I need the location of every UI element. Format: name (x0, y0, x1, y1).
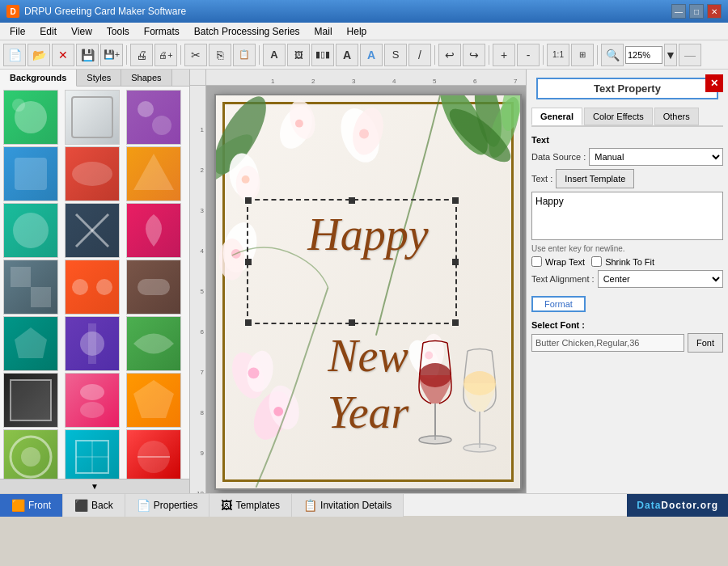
fullfit-button[interactable]: ⊞ (571, 44, 594, 66)
tab-shapes[interactable]: Shapes (121, 70, 171, 86)
list-item[interactable] (126, 260, 181, 315)
list-item[interactable] (126, 429, 181, 479)
text-textarea[interactable]: Happy (531, 192, 723, 240)
list-item[interactable] (65, 146, 120, 201)
tab-back[interactable]: ⬛ Back (63, 494, 125, 517)
close-button[interactable]: ✕ (707, 4, 722, 19)
thumb-grid (0, 87, 189, 479)
tab-styles[interactable]: Styles (77, 70, 121, 86)
ruler-mark: 7 (514, 78, 517, 85)
ruler-corner (190, 70, 206, 86)
shape-tool[interactable]: S (384, 44, 407, 66)
tab-general[interactable]: General (531, 108, 582, 125)
redo-button[interactable]: ↪ (463, 44, 485, 66)
list-item[interactable] (3, 260, 58, 315)
card-canvas: Happy New Year (214, 94, 522, 490)
text2-tool[interactable]: A (336, 44, 358, 66)
svg-point-24 (21, 447, 40, 467)
ruler-mark: 1 (271, 78, 274, 85)
card-text-happy: Happy (255, 209, 481, 260)
list-item[interactable] (126, 90, 181, 145)
title-bar: D DRPU Greeting Card Maker Software — □ … (0, 0, 728, 23)
property-close-button[interactable]: ✕ (705, 74, 723, 92)
menu-file[interactable]: File (3, 24, 32, 39)
print-button[interactable]: 🖨 (130, 44, 153, 66)
image-tool[interactable]: 🖼 (287, 44, 310, 66)
menu-view[interactable]: View (65, 24, 99, 39)
tab-front[interactable]: 🟧 Front (0, 494, 63, 517)
toolbar-separator-6 (543, 45, 544, 65)
svg-point-8 (13, 213, 49, 248)
zoom-in-button[interactable]: + (493, 44, 515, 66)
menu-formats[interactable]: Formats (138, 24, 186, 39)
shrink-to-fit-checkbox[interactable] (591, 256, 602, 267)
tab-properties[interactable]: 📄 Properties (125, 494, 210, 517)
list-item[interactable] (65, 316, 120, 371)
menu-mail[interactable]: Mail (308, 24, 339, 39)
close-doc-button[interactable]: ✕ (52, 44, 74, 66)
line-tool[interactable]: / (408, 44, 431, 66)
zoom-input[interactable] (625, 46, 662, 64)
list-item[interactable] (65, 260, 120, 315)
menu-help[interactable]: Help (341, 24, 374, 39)
barcode-tool[interactable]: ▮▯▮ (311, 44, 334, 66)
minimize-button[interactable]: — (671, 4, 686, 19)
text-alignment-select[interactable]: Left Center Right Justify (598, 270, 723, 288)
font-row: Font (531, 333, 723, 353)
tab-others[interactable]: Others (654, 108, 699, 125)
list-item[interactable] (126, 203, 181, 258)
font-input[interactable] (531, 334, 684, 352)
list-item[interactable] (3, 90, 58, 145)
print2-button[interactable]: 🖨+ (154, 44, 177, 66)
open-button[interactable]: 📂 (28, 44, 50, 66)
ruler-mark: 6 (201, 328, 204, 336)
zoom-out-button[interactable]: - (517, 44, 540, 66)
menu-edit[interactable]: Edit (33, 24, 63, 39)
scroll-down-button[interactable]: ▼ (0, 479, 189, 493)
wordart-tool[interactable]: A (360, 44, 383, 66)
tab-invitation[interactable]: 📋 Invitation Details (292, 494, 404, 517)
maximize-button[interactable]: □ (689, 4, 704, 19)
list-item[interactable] (126, 373, 181, 428)
zoom-glass-button[interactable]: 🔍 (601, 44, 624, 66)
ruler-mark: 9 (201, 450, 204, 457)
list-item[interactable] (65, 373, 120, 428)
list-item[interactable] (3, 203, 58, 258)
format-button[interactable]: Format (531, 296, 586, 312)
tab-backgrounds[interactable]: Backgrounds (0, 70, 77, 87)
copy-button[interactable]: ⎘ (209, 44, 231, 66)
paste-button[interactable]: 📋 (233, 44, 256, 66)
tab-templates[interactable]: 🖼 Templates (210, 494, 292, 517)
svg-rect-15 (138, 279, 170, 295)
ruler-left: 1 2 3 4 5 6 7 8 9 10 (190, 86, 206, 493)
tab-color-effects[interactable]: Color Effects (584, 108, 653, 125)
svg-rect-12 (31, 287, 51, 307)
save-button[interactable]: 💾 (76, 44, 99, 66)
wrap-text-checkbox[interactable] (531, 256, 542, 267)
text-tool[interactable]: A (263, 44, 286, 66)
list-item[interactable] (126, 316, 181, 371)
zoom-dropdown-button[interactable]: ▼ (664, 44, 677, 66)
svg-rect-18 (88, 323, 96, 364)
data-source-select[interactable]: Manual Database Auto (589, 148, 723, 166)
list-item[interactable] (3, 146, 58, 201)
list-item[interactable] (65, 90, 120, 145)
list-item[interactable] (126, 146, 181, 201)
cut-button[interactable]: ✂ (184, 44, 207, 66)
list-item[interactable] (65, 429, 120, 479)
list-item[interactable] (65, 203, 120, 258)
menu-tools[interactable]: Tools (100, 24, 136, 39)
fit-button[interactable]: 1:1 (547, 44, 569, 66)
new-button[interactable]: 📄 (3, 44, 26, 66)
list-item[interactable] (3, 373, 58, 428)
panel-scroll[interactable] (0, 87, 189, 479)
save-as-button[interactable]: 💾+ (100, 44, 123, 66)
undo-button[interactable]: ↩ (438, 44, 461, 66)
list-item[interactable] (3, 429, 58, 479)
zoom-minus-button[interactable]: — (679, 44, 701, 66)
insert-template-button[interactable]: Insert Template (556, 169, 634, 188)
menu-batch[interactable]: Batch Processing Series (188, 24, 307, 39)
font-button[interactable]: Font (688, 333, 723, 353)
toolbar-separator-7 (597, 45, 598, 65)
list-item[interactable] (3, 316, 58, 371)
